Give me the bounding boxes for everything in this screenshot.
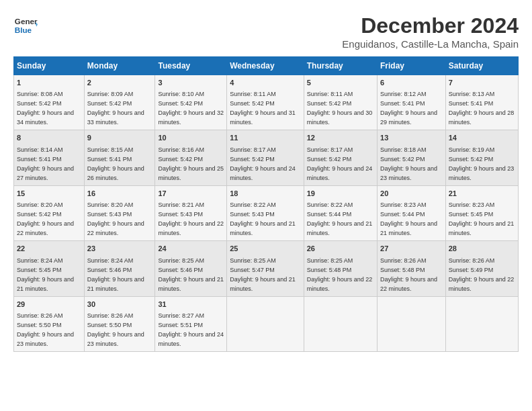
col-tuesday: Tuesday — [155, 57, 227, 75]
day-number: 10 — [158, 133, 224, 143]
day-info: Sunrise: 8:20 AMSunset: 5:42 PMDaylight:… — [17, 201, 74, 236]
calendar-cell: 9Sunrise: 8:15 AMSunset: 5:41 PMDaylight… — [84, 130, 155, 185]
col-friday: Friday — [378, 57, 446, 75]
calendar-cell: 21Sunrise: 8:23 AMSunset: 5:45 PMDayligh… — [445, 185, 518, 240]
calendar-cell: 15Sunrise: 8:20 AMSunset: 5:42 PMDayligh… — [14, 185, 85, 240]
calendar-cell: 2Sunrise: 8:09 AMSunset: 5:42 PMDaylight… — [84, 75, 155, 130]
day-number: 4 — [230, 78, 301, 88]
calendar-cell: 31Sunrise: 8:27 AMSunset: 5:51 PMDayligh… — [155, 296, 227, 351]
day-number: 9 — [87, 133, 152, 143]
day-number: 30 — [87, 300, 152, 310]
calendar-cell: 8Sunrise: 8:14 AMSunset: 5:41 PMDaylight… — [14, 130, 85, 185]
calendar-cell: 30Sunrise: 8:26 AMSunset: 5:50 PMDayligh… — [84, 296, 155, 351]
day-number: 25 — [230, 244, 301, 254]
day-number: 22 — [17, 244, 81, 254]
day-number: 29 — [17, 300, 81, 310]
calendar-cell: 7Sunrise: 8:13 AMSunset: 5:41 PMDaylight… — [445, 75, 518, 130]
calendar-cell: 1Sunrise: 8:08 AMSunset: 5:42 PMDaylight… — [14, 75, 85, 130]
day-info: Sunrise: 8:26 AMSunset: 5:50 PMDaylight:… — [17, 312, 74, 347]
location-title: Enguidanos, Castille-La Mancha, Spain — [342, 38, 519, 50]
day-info: Sunrise: 8:10 AMSunset: 5:42 PMDaylight:… — [158, 91, 224, 126]
day-number: 2 — [87, 78, 152, 88]
day-number: 14 — [449, 133, 515, 143]
day-number: 15 — [17, 189, 81, 199]
day-number: 21 — [449, 189, 515, 199]
day-number: 12 — [307, 133, 374, 143]
calendar-cell: 18Sunrise: 8:22 AMSunset: 5:43 PMDayligh… — [227, 185, 304, 240]
calendar-cell: 28Sunrise: 8:26 AMSunset: 5:49 PMDayligh… — [445, 241, 518, 296]
day-info: Sunrise: 8:12 AMSunset: 5:41 PMDaylight:… — [380, 91, 437, 126]
day-info: Sunrise: 8:23 AMSunset: 5:45 PMDaylight:… — [449, 201, 515, 236]
calendar-cell: 3Sunrise: 8:10 AMSunset: 5:42 PMDaylight… — [155, 75, 227, 130]
day-info: Sunrise: 8:25 AMSunset: 5:46 PMDaylight:… — [158, 257, 224, 292]
day-info: Sunrise: 8:17 AMSunset: 5:42 PMDaylight:… — [307, 146, 373, 181]
day-info: Sunrise: 8:18 AMSunset: 5:42 PMDaylight:… — [380, 146, 437, 181]
day-info: Sunrise: 8:26 AMSunset: 5:49 PMDaylight:… — [449, 257, 515, 292]
col-monday: Monday — [84, 57, 155, 75]
header-row: Sunday Monday Tuesday Wednesday Thursday… — [14, 57, 519, 75]
day-info: Sunrise: 8:16 AMSunset: 5:42 PMDaylight:… — [158, 146, 224, 181]
calendar-cell — [227, 296, 304, 351]
col-thursday: Thursday — [304, 57, 377, 75]
svg-text:General: General — [15, 17, 38, 26]
title-block: December 2024 Enguidanos, Castille-La Ma… — [342, 13, 519, 50]
calendar-cell: 25Sunrise: 8:25 AMSunset: 5:47 PMDayligh… — [227, 241, 304, 296]
day-info: Sunrise: 8:25 AMSunset: 5:47 PMDaylight:… — [230, 257, 296, 292]
day-info: Sunrise: 8:11 AMSunset: 5:42 PMDaylight:… — [230, 91, 296, 126]
day-number: 19 — [307, 189, 374, 199]
day-number: 27 — [380, 244, 443, 254]
calendar-cell: 26Sunrise: 8:25 AMSunset: 5:48 PMDayligh… — [304, 241, 377, 296]
calendar-cell: 27Sunrise: 8:26 AMSunset: 5:48 PMDayligh… — [378, 241, 446, 296]
day-info: Sunrise: 8:19 AMSunset: 5:42 PMDaylight:… — [449, 146, 515, 181]
page-container: General Blue December 2024 Enguidanos, C… — [0, 0, 532, 359]
calendar-table: Sunday Monday Tuesday Wednesday Thursday… — [13, 56, 519, 352]
day-info: Sunrise: 8:17 AMSunset: 5:42 PMDaylight:… — [230, 146, 296, 181]
day-number: 16 — [87, 189, 152, 199]
col-saturday: Saturday — [445, 57, 518, 75]
day-number: 17 — [158, 189, 224, 199]
day-info: Sunrise: 8:25 AMSunset: 5:48 PMDaylight:… — [307, 257, 373, 292]
day-info: Sunrise: 8:08 AMSunset: 5:42 PMDaylight:… — [17, 91, 74, 126]
calendar-cell: 22Sunrise: 8:24 AMSunset: 5:45 PMDayligh… — [14, 241, 85, 296]
day-info: Sunrise: 8:26 AMSunset: 5:48 PMDaylight:… — [380, 257, 437, 292]
day-number: 18 — [230, 189, 301, 199]
day-number: 3 — [158, 78, 224, 88]
page-header: General Blue December 2024 Enguidanos, C… — [13, 13, 519, 50]
calendar-cell — [304, 296, 377, 351]
day-info: Sunrise: 8:24 AMSunset: 5:45 PMDaylight:… — [17, 257, 74, 292]
calendar-cell: 24Sunrise: 8:25 AMSunset: 5:46 PMDayligh… — [155, 241, 227, 296]
day-number: 31 — [158, 300, 224, 310]
day-number: 13 — [380, 133, 443, 143]
day-info: Sunrise: 8:26 AMSunset: 5:50 PMDaylight:… — [87, 312, 144, 347]
day-number: 28 — [449, 244, 515, 254]
calendar-cell: 19Sunrise: 8:22 AMSunset: 5:44 PMDayligh… — [304, 185, 377, 240]
calendar-cell — [378, 296, 446, 351]
month-title: December 2024 — [342, 13, 519, 38]
logo-icon: General Blue — [13, 13, 38, 38]
day-info: Sunrise: 8:23 AMSunset: 5:44 PMDaylight:… — [380, 201, 437, 236]
day-info: Sunrise: 8:22 AMSunset: 5:44 PMDaylight:… — [307, 201, 373, 236]
calendar-cell: 14Sunrise: 8:19 AMSunset: 5:42 PMDayligh… — [445, 130, 518, 185]
day-info: Sunrise: 8:09 AMSunset: 5:42 PMDaylight:… — [87, 91, 144, 126]
calendar-cell: 17Sunrise: 8:21 AMSunset: 5:43 PMDayligh… — [155, 185, 227, 240]
calendar-cell — [445, 296, 518, 351]
day-info: Sunrise: 8:24 AMSunset: 5:46 PMDaylight:… — [87, 257, 144, 292]
calendar-cell: 6Sunrise: 8:12 AMSunset: 5:41 PMDaylight… — [378, 75, 446, 130]
calendar-cell: 16Sunrise: 8:20 AMSunset: 5:43 PMDayligh… — [84, 185, 155, 240]
day-info: Sunrise: 8:15 AMSunset: 5:41 PMDaylight:… — [87, 146, 144, 181]
day-info: Sunrise: 8:21 AMSunset: 5:43 PMDaylight:… — [158, 201, 224, 236]
day-info: Sunrise: 8:22 AMSunset: 5:43 PMDaylight:… — [230, 201, 296, 236]
calendar-cell: 13Sunrise: 8:18 AMSunset: 5:42 PMDayligh… — [378, 130, 446, 185]
calendar-week-3: 15Sunrise: 8:20 AMSunset: 5:42 PMDayligh… — [14, 185, 519, 240]
calendar-week-5: 29Sunrise: 8:26 AMSunset: 5:50 PMDayligh… — [14, 296, 519, 351]
calendar-week-1: 1Sunrise: 8:08 AMSunset: 5:42 PMDaylight… — [14, 75, 519, 130]
day-number: 23 — [87, 244, 152, 254]
day-number: 20 — [380, 189, 443, 199]
calendar-cell: 10Sunrise: 8:16 AMSunset: 5:42 PMDayligh… — [155, 130, 227, 185]
calendar-body: 1Sunrise: 8:08 AMSunset: 5:42 PMDaylight… — [14, 75, 519, 352]
day-info: Sunrise: 8:14 AMSunset: 5:41 PMDaylight:… — [17, 146, 74, 181]
day-number: 1 — [17, 78, 81, 88]
calendar-week-2: 8Sunrise: 8:14 AMSunset: 5:41 PMDaylight… — [14, 130, 519, 185]
calendar-cell: 11Sunrise: 8:17 AMSunset: 5:42 PMDayligh… — [227, 130, 304, 185]
col-wednesday: Wednesday — [227, 57, 304, 75]
